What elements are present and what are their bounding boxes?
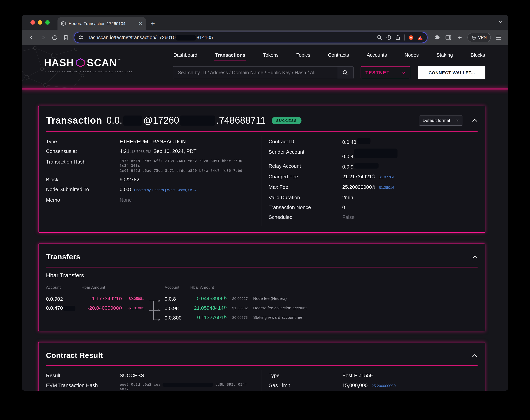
nav-dashboard[interactable]: Dashboard — [173, 51, 198, 59]
browser-tab[interactable]: Hedera Transaction 17260104 ✕ — [58, 17, 146, 30]
brave-shield-icon[interactable] — [408, 35, 414, 41]
credit-usd: $1.06982 — [227, 306, 253, 310]
collapse-contract-result-button[interactable] — [472, 354, 478, 357]
credit-amount: 0.11327601ℏ — [190, 314, 227, 321]
search-page-icon[interactable] — [377, 35, 382, 40]
gas-limit-label: Gas Limit — [268, 382, 342, 389]
scheduled-value: False — [342, 214, 354, 220]
credit-usd: $0.00227 — [227, 297, 253, 301]
address-bar[interactable]: hashscan.io/testnet/transaction/1726010 … — [74, 32, 428, 43]
bookmark-icon[interactable] — [61, 33, 71, 42]
collapse-transaction-button[interactable] — [472, 119, 478, 122]
share-icon[interactable] — [395, 35, 401, 40]
sender-label: Sender Account — [268, 149, 342, 159]
zoom-window-button[interactable] — [45, 20, 50, 25]
transfer-row: 0.0.902 -1.17734921ℏ -$0.05981 0.0.8 0.0… — [46, 294, 477, 303]
max-fee-value: 25.20000000ℏ$1.28016 — [342, 184, 394, 191]
tab-search-chevron-icon[interactable] — [498, 20, 503, 25]
tab-close-icon[interactable]: ✕ — [139, 21, 143, 26]
valid-duration-value: 2min — [342, 194, 353, 201]
debit-account-redaction — [63, 306, 75, 311]
block-value[interactable]: 9022782 — [120, 176, 139, 183]
forward-icon[interactable] — [38, 33, 48, 42]
connect-wallet-button[interactable]: CONNECT WALLET... — [418, 66, 486, 79]
transaction-card: Transaction 0.0. @17260 .748688711 SUCCE… — [38, 106, 486, 233]
contract-result-heading: Contract Result — [46, 351, 103, 360]
relay-redaction — [354, 163, 379, 168]
brave-rewards-icon[interactable] — [417, 35, 423, 40]
transaction-heading: Transaction — [46, 115, 102, 126]
chevron-down-icon — [402, 70, 406, 75]
header-right: Dashboard Transactions Tokens Topics Con… — [173, 49, 486, 79]
close-window-button[interactable] — [30, 20, 35, 25]
sidebar-icon[interactable] — [443, 33, 453, 42]
search-input[interactable] — [173, 67, 337, 79]
transfers-body: Hbar Transfers — [46, 267, 477, 331]
back-icon[interactable] — [27, 33, 36, 42]
new-tab-button[interactable]: + — [151, 20, 155, 27]
nav-topics[interactable]: Topics — [296, 51, 311, 59]
vpn-button[interactable]: VPN — [468, 33, 491, 42]
relay-value[interactable]: 0.0.9 — [342, 163, 379, 170]
search-box — [173, 66, 353, 79]
debit-account[interactable]: 0.0.470 — [46, 305, 81, 311]
logo-tagline: A HEDERA COMMUNITY SERVICE FROM SWIRLDS … — [44, 70, 133, 72]
nav-contracts[interactable]: Contracts — [327, 51, 350, 59]
nav-accounts[interactable]: Accounts — [366, 51, 387, 59]
vpn-status-icon — [472, 35, 476, 40]
browser-toolbar: hashscan.io/testnet/transaction/1726010 … — [22, 30, 508, 45]
leo-ai-icon[interactable] — [455, 33, 465, 42]
contract-id-redaction — [357, 138, 370, 144]
transaction-card-header: Transaction 0.0. @17260 .748688711 SUCCE… — [46, 106, 477, 131]
max-fee-label: Max Fee — [268, 184, 342, 191]
url-text[interactable]: hashscan.io/testnet/transaction/1726010 … — [88, 35, 373, 41]
memo-value: None — [120, 196, 132, 203]
memo-label: Memo — [46, 196, 120, 203]
site-settings-icon[interactable] — [78, 35, 84, 40]
contract-type-label: Type — [268, 372, 342, 378]
hashscan-hexagon-icon — [76, 58, 85, 68]
result-value: SUCCESS — [120, 372, 144, 378]
nav-tokens[interactable]: Tokens — [263, 51, 279, 59]
format-select[interactable]: Default format — [419, 115, 463, 126]
nav-transactions[interactable]: Transactions — [214, 51, 246, 59]
minimize-window-button[interactable] — [38, 20, 42, 25]
credit-account[interactable]: 0.0.98 — [165, 305, 190, 311]
menu-icon[interactable] — [494, 33, 503, 42]
nav-staking[interactable]: Staking — [436, 51, 454, 59]
collapse-transfers-button[interactable] — [472, 255, 478, 259]
search-button[interactable] — [337, 67, 353, 79]
logo-trademark: ™ — [118, 58, 121, 61]
network-select[interactable]: TESTNET — [361, 66, 410, 79]
credit-account[interactable]: 0.0.800 — [165, 315, 190, 320]
reload-icon[interactable] — [50, 33, 59, 42]
credit-account[interactable]: 0.0.8 — [165, 296, 190, 301]
consensus-value: 4:21:18.7068 PM Sep 10, 2024, PDT — [120, 148, 196, 155]
type-value: ETHEREUM TRANSACTION — [120, 138, 186, 144]
screen: Hedera Transaction 17260104 ✕ + — [0, 0, 530, 420]
nav-blocks[interactable]: Blocks — [470, 51, 486, 59]
credit-description: Hedera fee collection account — [253, 306, 478, 310]
debit-account[interactable]: 0.0.902 — [46, 296, 81, 301]
window-controls — [30, 15, 50, 30]
tab-bar: Hedera Transaction 17260104 ✕ + — [22, 15, 508, 30]
omnibox-divider — [404, 35, 405, 41]
history-icon[interactable] — [386, 35, 391, 40]
transfer-flow-arrows — [149, 300, 162, 323]
transaction-id: 0.0. @17260 .748688711 — [106, 115, 266, 126]
node-note-link[interactable]: Hosted by Hedera | West Coast, USA — [134, 187, 196, 193]
credit-description: Node fee (Hedera) — [253, 296, 478, 301]
node-value[interactable]: 0.0.8Hosted by Hedera | West Coast, USA — [120, 186, 196, 193]
vpn-label: VPN — [478, 35, 487, 40]
debit-amount: -20.04000000ℏ — [81, 305, 122, 311]
hbar-transfers-table: Account Hbar Amount Account Hbar Amount … — [46, 285, 477, 322]
hashscan-logo[interactable]: HASH SCAN ™ — [44, 57, 121, 68]
url-redaction — [176, 35, 196, 41]
nav-nodes[interactable]: Nodes — [404, 51, 419, 59]
extensions-icon[interactable] — [432, 33, 442, 42]
contract-id-value[interactable]: 0.0.48 — [342, 138, 370, 145]
sender-value[interactable]: 0.0.4 — [342, 149, 398, 159]
logo-hash-text: HASH — [44, 57, 74, 68]
browser-window: Hedera Transaction 17260104 ✕ + — [22, 15, 508, 391]
relay-label: Relay Account — [268, 163, 342, 170]
